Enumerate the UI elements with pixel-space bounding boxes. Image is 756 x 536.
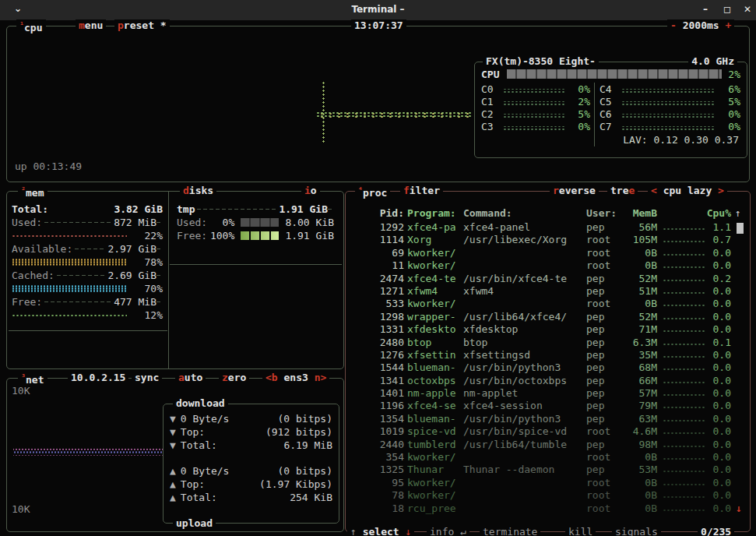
process-row[interactable]: 2440tumblerd/usr/lib64/tumblepep98M0.0 [346,439,750,451]
process-pid: 1354 [352,413,404,425]
info-button[interactable]: info ↵ [427,526,469,536]
process-row[interactable]: 1354blueman-/usr/bin/python3pep63M0.0 [346,413,750,425]
process-cpu-graph [663,317,705,321]
process-row[interactable]: 1114Xorg/usr/libexec/Xorgroot105M0.7 [346,234,750,246]
process-cpu-percent: 0.0 [700,298,731,309]
tree-button[interactable]: tree [607,185,638,196]
mem-meter-row: 70% [12,282,163,295]
net-sync-button[interactable]: sync [132,372,162,383]
core-name: C6 [600,108,620,120]
mem-meter-cached [12,285,127,292]
process-row[interactable]: 1292xfce4-paxfce4-panelpep56M1.1 [346,221,750,234]
net-stat-label: Top: [181,478,205,490]
process-row[interactable]: 1325ThunarThunar --daemonpep53M0.0 [346,464,750,476]
process-command: Thunar --daemon [463,464,580,475]
sort-next-button[interactable]: > [718,185,724,196]
net-box-title[interactable]: ³net [18,372,47,386]
process-pid: 1114 [352,234,404,245]
net-zero-button[interactable]: zero [219,372,249,383]
process-row[interactable]: 1271xfwm4xfwm4pep51M0.0 [346,285,750,298]
proc-box-title[interactable]: ⁴proc [355,185,390,199]
process-cpu-percent: 0.0 [700,413,731,425]
signals-button[interactable]: signals [612,526,661,536]
process-row[interactable]: 69kworker/root0B0.0 [346,247,750,259]
header-pid[interactable]: Pid: [352,207,404,219]
scrollbar-thumb[interactable] [737,223,744,234]
filter-button[interactable]: filter [400,185,443,196]
disk-free-meter [241,231,279,240]
header-cpu[interactable]: Cpu% [700,207,731,219]
reverse-button[interactable]: reverse [550,185,599,196]
core-name: C5 [600,96,620,108]
kill-button[interactable]: kill [565,526,596,536]
process-user: pep [586,221,624,233]
update-interval: - 2000ms + [667,19,734,31]
process-program: xfce4-pa [407,221,462,233]
close-button[interactable]: ✕ [740,4,754,15]
process-row[interactable]: 2480btopbtoppep6.3M0.1 [346,337,750,349]
process-row[interactable]: 354kworker/root0B0.0 [346,451,750,464]
process-row[interactable]: 1544blueman-/usr/bin/python3pep68M0.0 [346,361,750,374]
scroll-down-icon[interactable]: ↓ [736,503,742,514]
core-row: C55% [600,95,740,108]
process-row[interactable]: 78kworker/root0B0.0 [346,489,750,502]
process-mem: 0B [620,503,657,514]
core-percent: 2% [570,96,590,108]
net-stat-value: (912 bitps) [265,426,332,438]
process-cpu-percent: 0.0 [700,285,731,297]
mem-meter-row: 12% [12,309,163,322]
select-down-icon[interactable]: ↓ [405,526,411,536]
process-row[interactable]: 1196xfce4-sexfce4-sessionpep79M0.0 [346,400,750,412]
menu-button[interactable]: menu [76,19,106,31]
process-row[interactable]: 1276xfsettinxfsettingsdpep35M0.0 [346,349,750,361]
minimize-button[interactable]: – [698,4,712,15]
process-mem: 98M [620,439,657,450]
process-row[interactable]: 1019spice-vd/usr/bin/spice-vdroot4.6M0.0 [346,425,750,438]
process-row[interactable]: 18rcu_preeroot0B0.0 [346,503,750,515]
net-ip-label: 10.0.2.15 [68,372,128,383]
net-stat-value: (0 bitps) [278,413,332,425]
header-memb[interactable]: MemB [620,207,657,219]
mem-section-divider [9,330,167,331]
process-row[interactable]: 95kworker/root0B0.0 [346,477,750,489]
process-cpu-graph [663,330,705,333]
process-row[interactable]: 533kworker/root0B0.0 [346,298,750,310]
disks-box-title[interactable]: disks [180,185,216,196]
header-program[interactable]: Program: [407,207,462,219]
header-command[interactable]: Command: [463,207,580,219]
process-row[interactable]: 2474xfce4-te/usr/bin/xfce4-tepep52M0.2 [346,273,750,285]
process-pid: 2440 [352,439,404,450]
process-cpu-percent: 0.7 [700,234,731,245]
header-user[interactable]: User: [586,207,624,219]
process-cpu-percent: 0.0 [700,477,731,488]
maximize-button[interactable]: ◻ [720,4,734,15]
interval-decrease-button[interactable]: - [670,19,677,31]
sort-selector[interactable]: < cpu lazy > [648,185,727,196]
process-cpu-graph [663,240,705,244]
process-row[interactable]: 1298wrapper-/usr/lib64/xfce4/pep52M0.0 [346,311,750,323]
sort-prev-button[interactable]: < [651,185,657,196]
process-row[interactable]: 11kworker/root0B0.0 [346,259,750,272]
preset-button[interactable]: preset * [114,19,170,31]
process-mem: 57M [620,387,657,399]
process-row[interactable]: 1331xfdesktoxfdesktoppep71M0.0 [346,323,750,336]
process-row[interactable]: 1341octoxbps/usr/bin/octoxbpspep66M0.0 [346,375,750,387]
btop-screen: ¹cpu menu preset * 13:07:37 - 2000ms + u… [0,20,756,536]
process-cpu-percent: 0.0 [700,247,731,259]
mem-box-title[interactable]: ²mem [18,185,47,199]
dash-end [156,275,163,276]
net-interface-selector[interactable]: <b ens3 n> [262,372,329,383]
process-cpu-percent: 0.0 [700,349,731,361]
down-arrow-icon: ▼ [170,426,176,438]
select-controls[interactable]: ↑ select ↓ [347,526,414,536]
process-command: /usr/bin/python3 [463,413,580,425]
io-mode-button[interactable]: io [301,185,320,196]
select-up-icon[interactable]: ↑ [350,526,357,536]
cpu-box-title[interactable]: ¹cpu [16,19,46,34]
process-command: xfce4-session [463,400,580,411]
interval-increase-button[interactable]: + [725,19,731,31]
process-row[interactable]: 1401nm-applenm-appletpep57M0.0 [346,387,750,400]
terminate-button[interactable]: terminate [480,526,540,536]
net-auto-button[interactable]: auto [175,372,206,383]
process-cpu-percent: 0.0 [700,489,731,501]
